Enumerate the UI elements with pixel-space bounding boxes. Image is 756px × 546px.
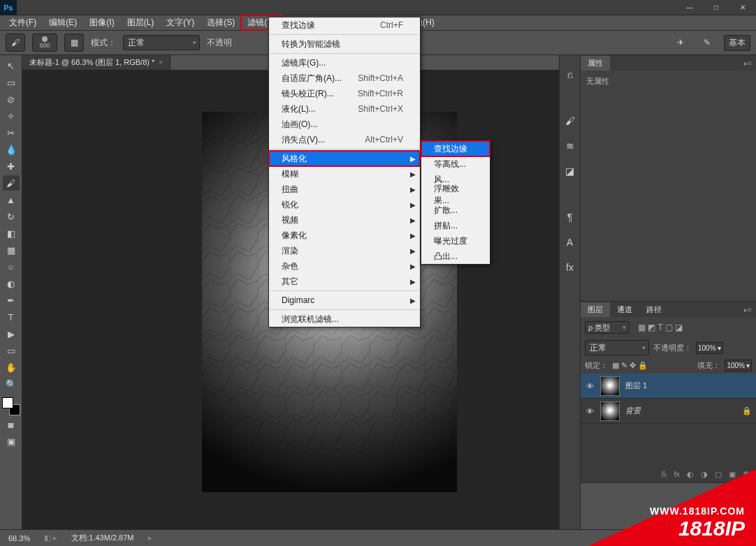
filter-other[interactable]: 其它▶ (269, 274, 420, 289)
workspace-switcher[interactable]: 基本 (724, 35, 750, 51)
tab-paths[interactable]: 路径 (639, 302, 669, 317)
brush-tool-icon-side[interactable]: 🖌 (3, 175, 20, 191)
status-arrow-icon[interactable]: ▸ (148, 533, 152, 543)
color-swatches[interactable] (2, 397, 20, 415)
zoom-tool-icon[interactable]: 🔍 (3, 376, 20, 392)
screenmode-icon[interactable]: ▣ (3, 434, 20, 449)
filter-digimarc[interactable]: Digimarc▶ (269, 293, 420, 308)
eraser-tool-icon[interactable]: ◧ (3, 226, 20, 241)
layer-item-1[interactable]: 👁 图层 1 (581, 374, 756, 399)
hand-tool-icon[interactable]: ✋ (3, 360, 20, 375)
lock-label: 锁定： (585, 360, 608, 371)
lock-icons[interactable]: ▦ ✎ ✥ 🔒 (612, 361, 648, 370)
close-tab-icon[interactable]: × (159, 59, 163, 66)
filter-browse[interactable]: 浏览联机滤镜... (269, 311, 420, 327)
magic-wand-tool-icon[interactable]: ✧ (3, 108, 20, 124)
menu-select[interactable]: 选择(S) (201, 15, 241, 30)
menu-file[interactable]: 文件(F) (3, 15, 43, 30)
airbrush-icon[interactable]: ✈ (671, 34, 690, 52)
filter-distort[interactable]: 扭曲▶ (269, 182, 420, 197)
layer-opacity-input[interactable]: 100%▾ (696, 342, 723, 354)
brush-preset-picker[interactable]: 600 (32, 34, 57, 52)
styles-panel-icon[interactable]: fx (563, 260, 577, 274)
layer-filter-select[interactable]: ρ 类型 (585, 321, 630, 334)
visibility-icon[interactable]: 👁 (585, 382, 595, 390)
stylize-extrude[interactable]: 凸出... (421, 249, 490, 264)
filter-last[interactable]: 查找边缘Ctrl+F (269, 17, 420, 33)
shape-tool-icon[interactable]: ▭ (3, 343, 20, 358)
marquee-tool-icon[interactable]: ▭ (3, 75, 20, 90)
stylize-contours[interactable]: 等高线... (421, 156, 490, 172)
filter-lens[interactable]: 镜头校正(R)...Shift+Ctrl+R (269, 86, 420, 101)
document-tab-title: 未标题-1 @ 68.3% (图层 1, RGB/8) * (29, 57, 154, 68)
gradient-tool-icon[interactable]: ▦ (3, 242, 20, 258)
maximize-button[interactable]: □ (703, 1, 729, 15)
filter-vanish[interactable]: 消失点(V)...Alt+Ctrl+V (269, 132, 420, 147)
brush-settings-panel-icon[interactable]: ≋ (563, 139, 577, 153)
menu-layer[interactable]: 图层(L) (121, 15, 161, 30)
filter-pixelate[interactable]: 像素化▶ (269, 228, 420, 243)
menu-image[interactable]: 图像(I) (83, 15, 120, 30)
properties-panel: 属性▸≡ 无属性 (581, 55, 756, 302)
eyedropper-tool-icon[interactable]: 💧 (3, 142, 20, 157)
menu-type[interactable]: 文字(Y) (160, 15, 201, 30)
visibility-icon[interactable]: 👁 (585, 407, 595, 415)
document-tab[interactable]: 未标题-1 @ 68.3% (图层 1, RGB/8) * × (22, 55, 170, 70)
filter-smart[interactable]: 转换为智能滤镜 (269, 36, 420, 52)
layer-item-bg[interactable]: 👁 背景 🔒 (581, 399, 756, 424)
character-panel-icon[interactable]: A (563, 235, 577, 249)
stylize-find-edges[interactable]: 查找边缘 (421, 141, 490, 156)
title-bar: Ps — □ ✕ (0, 0, 756, 15)
filter-blur[interactable]: 模糊▶ (269, 166, 420, 182)
filter-adaptive[interactable]: 自适应广角(A)...Shift+Ctrl+A (269, 71, 420, 86)
blur-tool-icon[interactable]: ○ (3, 259, 20, 274)
crop-tool-icon[interactable]: ✂ (3, 125, 20, 140)
filter-sharpen[interactable]: 锐化▶ (269, 197, 420, 212)
close-button[interactable]: ✕ (729, 1, 756, 15)
filter-video[interactable]: 视频▶ (269, 212, 420, 228)
panel-menu-icon[interactable]: ▸≡ (740, 59, 756, 67)
filter-noise[interactable]: 杂色▶ (269, 258, 420, 274)
type-tool-icon[interactable]: T (3, 309, 20, 325)
brush-panel-toggle-icon[interactable]: ▦ (64, 34, 84, 52)
healing-tool-icon[interactable]: ✚ (3, 158, 20, 174)
clone-source-panel-icon[interactable]: ◪ (563, 164, 577, 178)
brush-presets-panel-icon[interactable]: 🖌 (563, 114, 577, 128)
layer-name: 背景 (625, 406, 641, 416)
filter-liquify[interactable]: 液化(L)...Shift+Ctrl+X (269, 101, 420, 117)
brush-tool-icon[interactable]: 🖌 (6, 34, 25, 52)
path-select-tool-icon[interactable]: ▶ (3, 326, 20, 341)
minimize-button[interactable]: — (676, 1, 703, 15)
filter-gallery[interactable]: 滤镜库(G)... (269, 55, 420, 71)
filter-render[interactable]: 渲染▶ (269, 243, 420, 258)
filter-icons[interactable]: ▦ ◩ T ▢ ◪ (634, 320, 687, 334)
history-brush-tool-icon[interactable]: ↻ (3, 209, 20, 224)
lasso-tool-icon[interactable]: ⊘ (3, 91, 20, 107)
filter-oil[interactable]: 油画(O)... (269, 117, 420, 132)
layer-fill-input[interactable]: 100%▾ (725, 360, 752, 371)
pen-tool-icon[interactable]: ✒ (3, 293, 20, 308)
filter-stylize[interactable]: 风格化▶ (269, 151, 420, 166)
stylize-tiles[interactable]: 拼贴... (421, 218, 490, 233)
stylize-diffuse[interactable]: 扩散... (421, 202, 490, 218)
stylize-solarize[interactable]: 曝光过度 (421, 233, 490, 249)
tab-channels[interactable]: 通道 (610, 302, 639, 317)
tablet-pressure-icon[interactable]: ✎ (697, 34, 717, 52)
paragraph-panel-icon[interactable]: ¶ (563, 210, 577, 224)
fill-label: 填充： (697, 360, 720, 371)
menu-edit[interactable]: 编辑(E) (43, 15, 83, 30)
doc-size[interactable]: 文档:1.43M/2.87M (71, 533, 133, 543)
dodge-tool-icon[interactable]: ◐ (3, 276, 20, 291)
zoom-value[interactable]: 68.3% (8, 534, 30, 543)
layer-blend-select[interactable]: 正常 (585, 340, 649, 355)
move-tool-icon[interactable]: ↖ (3, 58, 20, 73)
tab-layers[interactable]: 图层 (581, 302, 610, 317)
quickmask-icon[interactable]: ◙ (3, 417, 20, 432)
blend-mode-select[interactable]: 正常 (123, 35, 200, 50)
history-panel-icon[interactable]: ⎌ (563, 68, 577, 82)
stylize-emboss[interactable]: 浮雕效果... (421, 187, 490, 202)
stamp-tool-icon[interactable]: ▲ (3, 192, 20, 207)
status-icons[interactable]: ◧ ▸ (44, 533, 57, 543)
panel-menu-icon[interactable]: ▸≡ (740, 306, 756, 313)
tab-properties[interactable]: 属性 (581, 56, 610, 71)
